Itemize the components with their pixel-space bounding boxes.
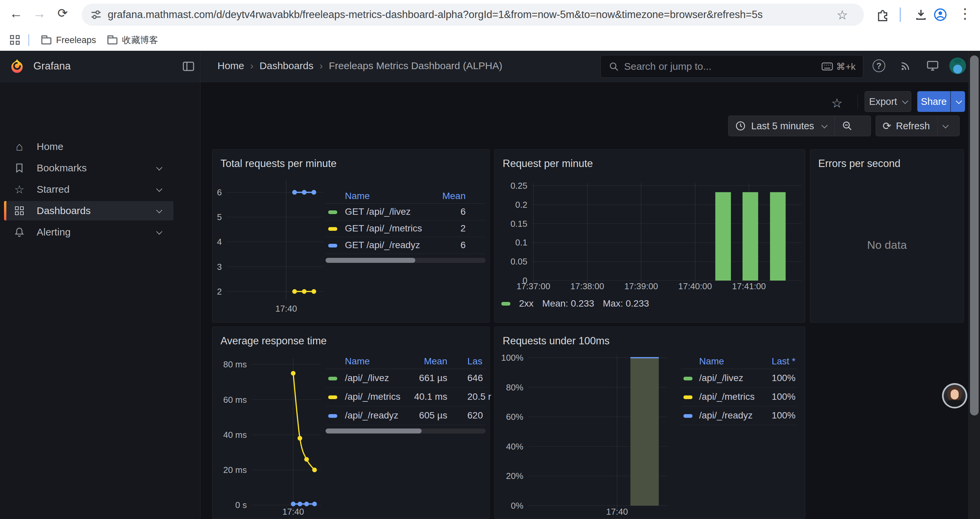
data-point[interactable] [292,289,297,294]
sidebar-item-bookmarks[interactable]: Bookmarks [4,158,173,178]
breadcrumb-home[interactable]: Home [218,60,244,72]
assistant-avatar-widget[interactable] [942,383,967,409]
legend-row[interactable]: GET /api/_/readyz6 [326,237,486,254]
legend-column-header[interactable]: Mean [442,191,466,201]
legend-table: NameMeanGET /api/_/livez6GET /api/_/metr… [326,189,486,254]
series-swatch[interactable] [684,395,692,399]
chevron-down-icon[interactable] [157,208,161,214]
scrollbar-thumb[interactable] [970,56,978,415]
legend-scrollbar[interactable] [326,428,486,433]
news-rss-icon[interactable] [898,58,913,73]
browser-menu-icon[interactable]: ⋮ [958,5,971,22]
star-icon: ☆ [13,183,25,196]
series-swatch[interactable] [328,211,337,214]
help-icon[interactable]: ? [871,58,886,73]
site-settings-icon[interactable] [91,9,102,21]
legend-inline[interactable]: 2xxMean: 0.233Max: 0.233 [501,298,649,309]
chevron-down-icon[interactable] [157,186,161,192]
legend-row[interactable]: /api/_/livez100% [681,369,797,388]
sidebar-item-starred[interactable]: ☆Starred [4,180,173,199]
data-point[interactable] [312,190,316,195]
zoom-out-icon[interactable] [842,120,853,132]
bookmark-label: 收藏博客 [122,34,158,46]
chart-bar[interactable]: 0.250.20.150.10.05017:37:0017:38:0017:39… [495,150,805,323]
page-scrollbar[interactable] [968,51,980,519]
chevron-down-icon[interactable] [157,165,161,171]
data-point[interactable] [291,501,296,506]
legend-row[interactable]: /api/_/readyz100% [681,406,797,425]
legend-value: 661 µs [419,373,447,383]
bar[interactable] [770,192,786,281]
legend-column-header[interactable]: Name [699,356,724,367]
legend-column-header[interactable]: Mean [424,356,447,367]
panel-requests-under-100ms: Requests under 100ms100%80%60%40%20%0%17… [494,327,805,519]
panel-title[interactable]: Errors per second [818,158,900,170]
series-swatch[interactable] [328,227,337,231]
chevron-down-icon[interactable] [157,229,161,235]
series-swatch[interactable] [328,414,337,418]
series-swatch[interactable] [501,302,510,306]
legend-column-header[interactable]: Las [467,356,482,367]
downloads-icon[interactable] [913,7,929,22]
browser-forward-icon[interactable]: → [31,6,48,21]
legend-row[interactable]: /api/_/livez661 µs646 [326,369,486,388]
bookmark-star-icon[interactable]: ☆ [837,8,848,22]
breadcrumb-dashboards[interactable]: Dashboards [259,60,313,72]
legend-row[interactable]: /api/_/readyz605 µs620 [326,406,486,425]
share-button[interactable]: Share [917,91,950,112]
user-avatar[interactable] [949,57,966,74]
data-point[interactable] [304,457,309,462]
sidebar-item-dashboards[interactable]: Dashboards [4,201,173,220]
data-point[interactable] [291,371,296,376]
browser-back-icon[interactable]: ← [7,6,25,21]
series-swatch[interactable] [684,377,692,380]
browser-reload-icon[interactable]: ⟳ [54,6,72,21]
extensions-icon[interactable] [875,7,890,22]
share-dropdown-button[interactable] [951,91,965,112]
legend-row[interactable]: /api/_/metrics40.1 ms20.5 r [326,388,486,406]
apps-grid-icon[interactable] [10,35,20,45]
bar[interactable] [743,192,758,281]
legend-column-header[interactable]: Name [345,356,370,367]
brand-label[interactable]: Grafana [33,60,71,72]
refresh-button[interactable]: ⟳ Refresh [876,115,960,136]
data-point[interactable] [302,289,307,294]
bar[interactable] [715,192,731,281]
legend-scrollbar-thumb[interactable] [326,428,422,433]
series-swatch[interactable] [328,244,337,248]
profile-icon[interactable] [932,7,948,22]
data-point[interactable] [302,190,307,195]
search-input[interactable]: Search or jump to... ⌘+k [600,55,863,78]
monitor-icon[interactable] [925,58,940,73]
legend-value: 605 µs [419,410,447,421]
data-point[interactable] [298,436,302,441]
address-bar[interactable]: grafana.mathmast.com/d/deytv4rwavabkb/fr… [82,4,864,26]
legend-column-header[interactable]: Name [345,191,370,201]
bookmark-folder-blogs[interactable]: 收藏博客 [102,32,164,48]
data-point[interactable] [312,501,317,506]
dock-sidebar-icon[interactable] [182,59,195,73]
sidebar-item-home[interactable]: ⌂Home [4,137,173,156]
legend-column-header[interactable]: Last * [772,356,795,367]
url-text[interactable]: grafana.mathmast.com/d/deytv4rwavabkb/fr… [108,9,864,21]
legend-row[interactable]: GET /api/_/livez6 [326,204,486,220]
data-point[interactable] [304,501,309,506]
data-point[interactable] [292,190,297,195]
data-point[interactable] [312,468,317,472]
series-swatch[interactable] [328,377,337,380]
time-range-picker[interactable]: Last 5 minutes [728,115,871,136]
legend-row[interactable]: /api/_/metrics100% [681,388,797,406]
data-point[interactable] [298,501,302,506]
data-point[interactable] [312,289,316,294]
favorite-dashboard-icon[interactable]: ☆ [831,96,843,110]
series-swatch[interactable] [328,395,337,399]
sidebar-item-alerting[interactable]: Alerting [4,222,173,242]
button-divider [937,116,938,136]
legend-scrollbar[interactable] [326,258,486,263]
grafana-logo[interactable] [10,59,25,74]
series-swatch[interactable] [684,414,692,418]
legend-scrollbar-thumb[interactable] [326,258,415,263]
export-button[interactable]: Export [865,91,911,112]
legend-row[interactable]: GET /api/_/metrics2 [326,220,486,237]
bookmark-folder-freeleaps[interactable]: Freeleaps [36,32,102,48]
